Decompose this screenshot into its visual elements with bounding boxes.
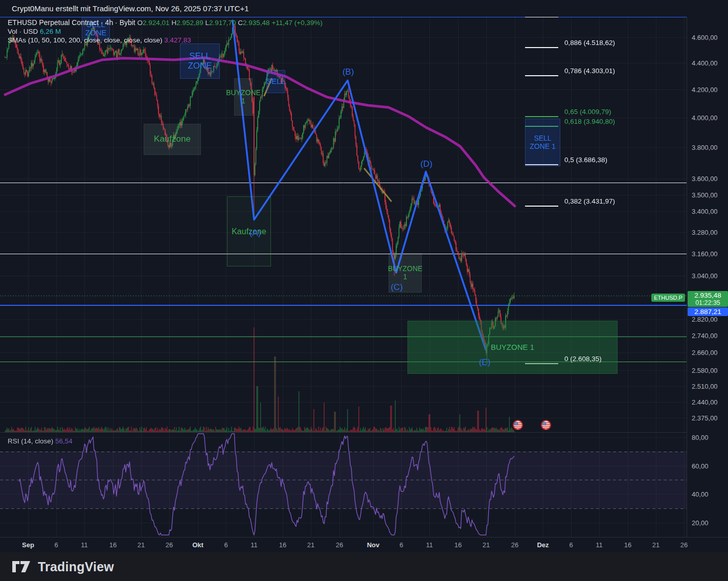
price-scale[interactable]: USD 2.935,48 01:22:35 2.887,21 4.600,004… (687, 0, 728, 552)
time-tick-day: 6 (399, 541, 403, 549)
price-tick: 2.740,00 (692, 331, 718, 339)
price-tick: 3.040,00 (692, 272, 718, 280)
close-label: C (238, 19, 243, 27)
fib-level-label: 0,65 (4.009,79) (564, 108, 611, 116)
fib-level-label: 0,886 (4.518,62) (564, 39, 615, 47)
time-tick-day: 21 (483, 541, 490, 549)
zone-buyzone-1[interactable]: BUYZONE 1 (234, 78, 253, 116)
open-label: O (138, 19, 143, 27)
time-tick-day: 6 (569, 541, 573, 549)
fib-level-label: 0,382 (3.431,97) (564, 197, 615, 205)
time-tick-day: 26 (680, 541, 688, 549)
close-value: 2.935,48 (243, 19, 270, 27)
volume-value: 6,26 M (40, 28, 61, 35)
open-value: 2.924,01 (143, 19, 170, 27)
time-tick-day: 11 (81, 541, 88, 549)
bar-countdown: 01:22:35 (688, 299, 728, 306)
sma-value: 3.427,83 (164, 36, 191, 44)
fib-level-label: 0 (2.608,35) (564, 355, 602, 363)
wave-label[interactable]: (E) (479, 357, 491, 368)
time-tick-month: Okt (192, 541, 203, 549)
low-label: L (205, 19, 209, 27)
time-tick-day: 6 (54, 541, 58, 549)
price-tick: 2.580,00 (692, 366, 718, 374)
fib-level-label: 0,618 (3.940,80) (564, 118, 615, 125)
economic-event-us-flag-icon[interactable] (541, 420, 552, 431)
zone-buyzone-1[interactable]: BUYZONE 1 (407, 321, 618, 374)
volume-label: Vol · USD (8, 28, 38, 35)
time-tick-day: 16 (454, 541, 462, 549)
change-value: +11,47 (+0,39%) (271, 19, 323, 27)
price-tick: 2.375,00 (692, 414, 718, 421)
rsi-tick: 40,00 (692, 490, 709, 498)
price-tick: 3.800,00 (692, 143, 718, 151)
last-price-badge: 2.935,48 01:22:35 (688, 291, 728, 307)
time-tick-day: 21 (652, 541, 659, 549)
time-tick-day: 16 (279, 541, 286, 549)
pane-separator[interactable] (0, 432, 728, 433)
price-tick: 3.600,00 (692, 174, 718, 182)
rsi-tick: 80,00 (692, 434, 709, 441)
fib-level-label: 0,5 (3.686,38) (564, 156, 607, 164)
price-tick: 4.200,00 (692, 86, 718, 94)
chart-canvas[interactable] (0, 0, 728, 581)
rsi-value: 56,54 (55, 437, 73, 445)
price-tick: 4.400,00 (692, 59, 718, 67)
time-tick-month: Dez (537, 541, 549, 549)
time-tick-day: 6 (224, 541, 228, 549)
rsi-legend[interactable]: RSI (14, close) 56,54 (8, 437, 73, 445)
price-tick: 3.500,00 (692, 191, 718, 198)
alert-price-badge[interactable]: 2.887,21 (688, 307, 728, 316)
price-tick: 4.000,00 (692, 114, 718, 122)
rsi-label: RSI (14, close) (8, 437, 53, 445)
zone-sell-zone-1[interactable]: SELL ZONE 1 (525, 119, 560, 166)
tradingview-chart-page: Crypt0Manu erstellt mit TradingView.com,… (0, 0, 728, 581)
price-tick: 3.400,00 (692, 208, 718, 215)
price-tick: 4.600,00 (692, 34, 718, 41)
wave-label[interactable]: (C) (391, 282, 403, 293)
high-label: H (171, 19, 176, 27)
time-tick-day: 21 (307, 541, 314, 549)
symbol-price-label: ETHUSD.P (651, 294, 685, 302)
legend-sma-row[interactable]: SMAs (10, 50, 100, 200, close, close, cl… (8, 36, 323, 44)
time-tick-month: Nov (367, 541, 380, 549)
time-tick-day: 16 (109, 541, 117, 549)
attribution-bar: Crypt0Manu erstellt mit TradingView.com,… (0, 0, 728, 17)
rsi-tick: 20,00 (692, 519, 709, 526)
tradingview-logo-text[interactable]: TradingView (38, 560, 114, 574)
time-axis[interactable]: Sep611162126Okt611162126Nov611162126Dez6… (0, 537, 728, 552)
price-tick: 2.660,00 (692, 349, 718, 356)
sma-label: SMAs (10, 50, 100, 200, close, close, cl… (8, 36, 162, 44)
time-tick-month: Sep (22, 541, 34, 549)
wave-label[interactable]: (B) (343, 67, 354, 77)
symbol-title[interactable]: ETHUSD Perpetual Contract · 4h · Bybit (8, 18, 135, 27)
zone-kaufzone[interactable]: Kaufzone (144, 124, 201, 155)
attribution-text: Crypt0Manu erstellt mit TradingView.com,… (12, 4, 249, 13)
price-tick: 2.510,00 (692, 382, 718, 390)
chart-legend: ETHUSD Perpetual Contract · 4h · Bybit O… (8, 18, 323, 45)
economic-event-us-flag-icon[interactable] (513, 420, 524, 431)
time-tick-day: 21 (138, 541, 145, 549)
low-value: 2.917,70 (209, 19, 236, 27)
price-tick: 2.820,00 (692, 315, 718, 323)
time-tick-day: 26 (336, 541, 343, 549)
legend-volume-row[interactable]: Vol · USD 6,26 M (8, 28, 323, 36)
last-price-value: 2.935,48 (688, 292, 728, 299)
zone-sell-zone[interactable]: SELL ZONE (180, 43, 220, 79)
footer-bar: TradingView (0, 552, 728, 581)
legend-symbol-row: ETHUSD Perpetual Contract · 4h · Bybit O… (8, 18, 323, 27)
fib-level-label: 0,786 (4.303,01) (564, 67, 615, 75)
tradingview-logo-icon[interactable] (12, 561, 31, 573)
time-tick-day: 11 (251, 541, 258, 549)
wave-label[interactable]: (A) (249, 228, 261, 238)
zone-sell-zone[interactable]: SELL (266, 70, 285, 93)
wave-label[interactable]: (D) (420, 159, 433, 169)
price-tick: 3.160,00 (692, 250, 718, 257)
time-tick-day: 26 (511, 541, 518, 549)
time-tick-day: 26 (166, 541, 173, 549)
price-tick: 2.440,00 (692, 398, 718, 406)
time-tick-day: 11 (596, 541, 603, 549)
time-tick-day: 16 (624, 541, 631, 549)
high-value: 2.952,89 (176, 19, 203, 27)
price-tick: 3.280,00 (692, 228, 718, 236)
